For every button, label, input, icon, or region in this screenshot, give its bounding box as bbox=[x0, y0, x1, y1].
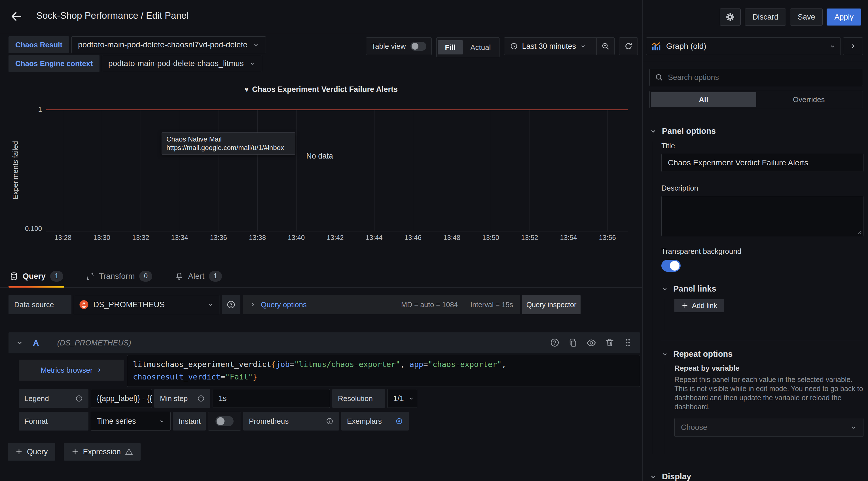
panel-links-heading: Panel links bbox=[673, 284, 716, 294]
tab-label: Transform bbox=[99, 272, 135, 281]
variable-value-dropdown[interactable]: podtato-main-pod-delete-chaosnl7vd-pod-d… bbox=[71, 36, 266, 53]
trash-icon[interactable] bbox=[605, 338, 615, 348]
add-query-button[interactable]: Query bbox=[8, 443, 55, 460]
format-select[interactable]: Time series bbox=[91, 412, 170, 430]
filter-all-tab[interactable]: All bbox=[651, 92, 756, 107]
add-query-label: Query bbox=[27, 448, 48, 456]
datasource-help-button[interactable] bbox=[222, 295, 240, 314]
time-range-text: Last 30 minutes bbox=[522, 42, 576, 51]
query-row-header[interactable]: A (DS_PROMETHEUS) bbox=[8, 332, 640, 353]
query-options-label: Query options bbox=[261, 300, 307, 309]
y-axis-label: Experiments failed bbox=[11, 141, 20, 199]
query-options-collapse[interactable]: Query options MD = auto = 1084 Interval … bbox=[243, 295, 520, 314]
min-step-input[interactable]: 1s bbox=[213, 389, 330, 408]
repeat-description: Repeat this panel for each value in the … bbox=[674, 375, 864, 411]
toggle-viz-picker-button[interactable] bbox=[843, 37, 863, 55]
repeat-options-section-header[interactable]: Repeat options bbox=[661, 350, 864, 359]
variable-value-dropdown[interactable]: podtato-main-pod-delete-chaos_litmus bbox=[102, 55, 262, 72]
query-expression[interactable]: litmuschaos_experiment_verdict{job="litm… bbox=[127, 355, 640, 387]
datasource-value: DS_PROMETHEUS bbox=[93, 300, 203, 309]
expr-token: { bbox=[271, 360, 276, 369]
tab-alert[interactable]: Alert 1 bbox=[174, 265, 223, 288]
clock-icon bbox=[510, 42, 518, 50]
refresh-button[interactable] bbox=[619, 37, 638, 55]
legend-input[interactable]: {{app_label}} - {{chaos… bbox=[91, 389, 152, 408]
eye-icon[interactable] bbox=[586, 338, 596, 348]
query-inspector-button[interactable]: Query inspector bbox=[522, 295, 581, 314]
exemplars-field: Exemplars bbox=[341, 412, 409, 430]
add-expression-button[interactable]: Expression bbox=[64, 443, 141, 460]
panel-links-section-header[interactable]: Panel links bbox=[661, 284, 864, 294]
prometheus-type-label: Prometheus bbox=[249, 417, 288, 426]
chevron-down-icon bbox=[159, 418, 165, 424]
visualization-select[interactable]: Graph (old) bbox=[646, 37, 841, 55]
datasource-select[interactable]: DS_PROMETHEUS bbox=[74, 295, 219, 314]
gridline bbox=[63, 110, 63, 231]
resize-handle-icon[interactable] bbox=[856, 229, 862, 235]
panel-link-popup[interactable]: Chaos Native Mail https://mail.google.co… bbox=[162, 132, 296, 155]
prometheus-field: Prometheus bbox=[243, 412, 339, 430]
filter-overrides-tab[interactable]: Overrides bbox=[756, 92, 862, 107]
panel-title-input[interactable] bbox=[661, 154, 864, 172]
zoom-out-time-button[interactable] bbox=[596, 38, 614, 55]
instant-toggle[interactable] bbox=[215, 416, 234, 426]
drag-handle-icon[interactable] bbox=[623, 338, 633, 348]
x-tick-label: 13:40 bbox=[288, 234, 305, 242]
add-expression-label: Expression bbox=[83, 448, 121, 456]
database-icon bbox=[10, 272, 18, 280]
plot-area[interactable]: No data bbox=[46, 110, 628, 232]
metrics-browser-button[interactable]: Metrics browser bbox=[19, 360, 124, 381]
panel-options-section-header[interactable]: Panel options bbox=[649, 126, 864, 136]
bell-icon bbox=[175, 272, 183, 280]
metrics-browser-label: Metrics browser bbox=[40, 366, 92, 374]
duplicate-icon[interactable] bbox=[568, 338, 578, 348]
gridline bbox=[141, 110, 141, 231]
display-section-header[interactable]: Display bbox=[649, 472, 864, 481]
panel-link-title[interactable]: Chaos Native Mail bbox=[166, 135, 290, 144]
exemplars-bullseye-icon[interactable] bbox=[395, 417, 403, 425]
time-range-button[interactable]: Last 30 minutes bbox=[504, 38, 592, 55]
tab-query[interactable]: Query 1 bbox=[8, 265, 64, 288]
resolution-select[interactable]: 1/1 bbox=[387, 389, 417, 408]
add-link-button[interactable]: Add link bbox=[674, 299, 724, 312]
help-circle-icon[interactable] bbox=[550, 338, 560, 348]
tab-transform[interactable]: Transform 0 bbox=[85, 265, 154, 288]
tab-count-badge: 1 bbox=[209, 271, 222, 282]
options-search-box[interactable] bbox=[649, 69, 863, 86]
transparent-bg-toggle[interactable] bbox=[661, 260, 681, 272]
gridline bbox=[452, 110, 452, 231]
x-tick-label: 13:48 bbox=[443, 234, 460, 242]
options-search-input[interactable] bbox=[667, 73, 858, 82]
x-tick-label: 13:56 bbox=[599, 234, 616, 242]
panel-description-textarea[interactable] bbox=[661, 196, 864, 236]
x-tick-label: 13:52 bbox=[521, 234, 538, 242]
panel-link-url[interactable]: https://mail.google.com/mail/u/1/#inbox bbox=[166, 144, 290, 152]
repeat-options-heading: Repeat options bbox=[673, 350, 733, 359]
variable-chaos-engine-context: Chaos Engine context podtato-main-pod-de… bbox=[8, 55, 262, 72]
chevron-right-icon bbox=[96, 367, 102, 373]
repeat-variable-select[interactable]: Choose bbox=[674, 418, 864, 437]
options-pane: Panel options Title Description Transpar… bbox=[649, 119, 864, 481]
variable-value-text: podtato-main-pod-delete-chaos_litmus bbox=[108, 59, 244, 68]
table-view-control: Table view bbox=[366, 37, 431, 55]
back-arrow-icon[interactable] bbox=[10, 10, 23, 23]
expr-token: = bbox=[290, 360, 294, 369]
repeat-spacer bbox=[674, 437, 864, 454]
panel-options-heading: Panel options bbox=[662, 126, 716, 136]
fill-option[interactable]: Fill bbox=[438, 40, 463, 55]
table-view-toggle[interactable] bbox=[410, 42, 426, 51]
min-step-field: Min step bbox=[154, 389, 210, 408]
description-field-label: Description bbox=[661, 184, 864, 192]
chevron-down-icon[interactable] bbox=[16, 339, 23, 347]
warning-triangle-icon bbox=[125, 448, 133, 456]
editor-tab-bar: Query 1 Transform 0 Alert 1 bbox=[0, 265, 642, 288]
max-data-points-text: MD = auto = 1084 bbox=[401, 301, 458, 309]
panel-header[interactable]: ♥Chaos Experiment Verdict Failure Alerts bbox=[0, 85, 642, 94]
table-view-label: Table view bbox=[371, 42, 406, 51]
x-tick-label: 13:42 bbox=[327, 234, 344, 242]
actual-option[interactable]: Actual bbox=[463, 40, 498, 55]
chevron-down-icon bbox=[829, 43, 836, 50]
variable-value-text: podtato-main-pod-delete-chaosnl7vd-pod-d… bbox=[78, 40, 247, 49]
chevron-right-icon bbox=[849, 42, 857, 50]
expr-token: "chaos-exporter" bbox=[428, 360, 501, 369]
